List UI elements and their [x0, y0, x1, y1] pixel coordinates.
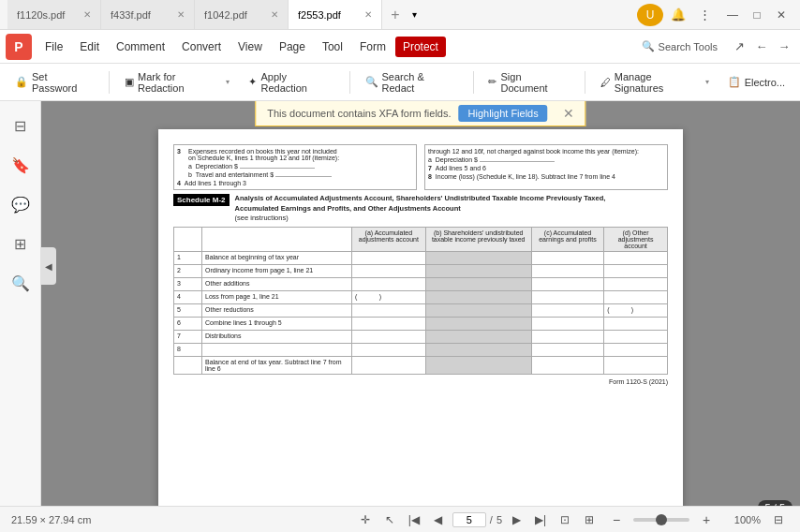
sidebar-pages-button[interactable]: ⊟ — [4, 109, 37, 142]
table-row-balance: Balance at end of tax year. Subtract lin… — [174, 356, 668, 374]
row4-c — [531, 290, 603, 303]
zoom-level-display: 100% — [723, 514, 761, 525]
left-sidebar: ⊟ 🔖 💬 ⊞ 🔍 — [0, 101, 41, 506]
tab-close-icon[interactable]: ✕ — [83, 9, 91, 20]
row2-a — [352, 264, 426, 277]
row4-num: 4 — [174, 290, 202, 303]
sidebar-bookmarks-button[interactable]: 🔖 — [4, 148, 37, 182]
first-page-button[interactable]: |◀ — [404, 510, 424, 530]
tab-bar: f1120s.pdf ✕ f433f.pdf ✕ f1042.pdf ✕ f25… — [7, 0, 635, 29]
row8-b — [425, 343, 531, 356]
set-password-label: Set Password — [32, 71, 94, 94]
tab-f433f[interactable]: f433f.pdf ✕ — [101, 0, 195, 29]
view-mode-button[interactable]: ⊟ — [768, 510, 789, 530]
zoom-slider-thumb[interactable] — [656, 514, 667, 525]
xfa-close-button[interactable]: ✕ — [563, 106, 574, 121]
row4-a: ( ) — [352, 290, 426, 303]
search-tools-button[interactable]: 🔍 Search Tools — [634, 37, 725, 55]
maximize-button[interactable]: □ — [746, 4, 768, 26]
menu-tool[interactable]: Tool — [315, 37, 350, 57]
row1-b — [425, 251, 531, 264]
highlight-fields-button[interactable]: Highlight Fields — [459, 105, 548, 122]
row2-num: 2 — [174, 264, 202, 277]
xfa-notification-bar: This document contains XFA form fields. … — [255, 101, 585, 126]
more-options-icon[interactable]: ⋮ — [693, 4, 716, 26]
search-redact-button[interactable]: 🔍 Search & Redact — [358, 67, 466, 97]
apply-redaction-label: Apply Redaction — [260, 71, 333, 94]
tab-close-icon[interactable]: ✕ — [364, 9, 372, 20]
prev-page-button[interactable]: ◀ — [428, 510, 449, 530]
add-tab-button[interactable]: + — [382, 0, 408, 29]
tab-close-icon[interactable]: ✕ — [271, 9, 278, 20]
next-page-button[interactable]: ▶ — [506, 510, 526, 530]
row5-label: Other reductions — [202, 303, 352, 317]
tab-overflow-button[interactable]: ▾ — [408, 0, 421, 29]
menu-page[interactable]: Page — [272, 37, 313, 57]
lock-icon: 🔒 — [15, 76, 28, 88]
row7-a — [352, 330, 426, 343]
main-layout: ⊟ 🔖 💬 ⊞ 🔍 ◀ This document contains XFA f… — [0, 101, 800, 506]
sidebar-comments-button[interactable]: 💬 — [4, 187, 37, 221]
fit-page-button[interactable]: ⊡ — [555, 510, 575, 530]
tab-f1120s[interactable]: f1120s.pdf ✕ — [7, 0, 101, 29]
search-icon: 🔍 — [642, 40, 655, 52]
tab-label: f1042.pdf — [204, 9, 247, 21]
dropdown-arrow-icon: ▾ — [226, 78, 230, 86]
search-sidebar-icon: 🔍 — [11, 274, 30, 292]
menu-view[interactable]: View — [230, 37, 270, 57]
menu-edit[interactable]: Edit — [72, 37, 107, 57]
sidebar-collapse-button[interactable]: ◀ — [41, 247, 56, 285]
menu-convert[interactable]: Convert — [174, 37, 229, 57]
page-badge: 5 / 5 — [758, 500, 793, 506]
line8-row: 8 Income (loss) (Schedule K, line 18). S… — [428, 173, 664, 180]
tab-label: f433f.pdf — [111, 9, 151, 21]
manage-signatures-button[interactable]: 🖊 Manage Signatures ▾ — [593, 67, 717, 97]
menu-form[interactable]: Form — [352, 37, 393, 57]
page-number-input[interactable] — [452, 512, 486, 527]
search-redact-icon: 🔍 — [365, 76, 378, 88]
minimize-button[interactable]: — — [721, 4, 744, 26]
set-password-button[interactable]: 🔒 Set Password — [7, 67, 101, 97]
tab-close-icon[interactable]: ✕ — [177, 9, 185, 20]
sidebar-fields-button[interactable]: ⊞ — [4, 227, 37, 260]
toolbar-divider-1 — [109, 71, 110, 94]
cursor-tool-button[interactable]: ✛ — [355, 510, 376, 530]
electronic-button[interactable]: 📋 Electro... — [720, 72, 793, 92]
tab-f2553[interactable]: f2553.pdf ✕ — [289, 0, 382, 29]
notifications-icon[interactable]: 🔔 — [667, 4, 689, 26]
menu-comment[interactable]: Comment — [109, 37, 172, 57]
apply-redaction-button[interactable]: ✦ Apply Redaction — [241, 67, 341, 97]
tab-f1042[interactable]: f1042.pdf ✕ — [195, 0, 289, 29]
select-tool-button[interactable]: ↖ — [379, 510, 400, 530]
user-avatar[interactable]: U — [637, 4, 663, 26]
fit-width-button[interactable]: ⊞ — [579, 510, 600, 530]
signatures-icon: 🖊 — [600, 77, 611, 88]
row-balance-num — [174, 356, 202, 374]
col-d-header: (d) Other adjustments account — [604, 227, 668, 251]
back-icon[interactable]: ← — [751, 37, 772, 57]
close-button[interactable]: ✕ — [770, 4, 793, 26]
last-page-button[interactable]: ▶| — [530, 510, 551, 530]
sign-document-label: Sign Document — [500, 71, 569, 94]
row1-a — [352, 251, 426, 264]
protect-toolbar: 🔒 Set Password ▣ Mark for Redaction ▾ ✦ … — [0, 64, 800, 101]
mark-redaction-button[interactable]: ▣ Mark for Redaction ▾ — [117, 67, 237, 97]
menu-file[interactable]: File — [37, 37, 70, 57]
forward-icon[interactable]: → — [774, 37, 794, 57]
right-depa: a Depreciation $ — [428, 156, 664, 163]
schedule-m2-label: Schedule M-2 — [173, 194, 230, 206]
zoom-out-button[interactable]: − — [607, 510, 626, 529]
sidebar-search-button[interactable]: 🔍 — [4, 266, 37, 300]
sign-document-button[interactable]: ✏ Sign Document — [481, 67, 576, 97]
zoom-slider[interactable] — [633, 518, 689, 522]
row6-b — [425, 317, 531, 330]
row7-c — [531, 330, 603, 343]
toolbar-divider-2 — [349, 71, 350, 94]
zoom-in-button[interactable]: + — [697, 510, 716, 529]
row3-d — [604, 277, 668, 290]
external-link-icon[interactable]: ↗ — [729, 37, 749, 57]
table-row: 1 Balance at beginning of tax year — [174, 251, 668, 264]
menu-protect[interactable]: Protect — [395, 37, 446, 57]
depa-row: a Depreciation $ — [188, 163, 413, 170]
row-balance-c — [531, 356, 603, 374]
